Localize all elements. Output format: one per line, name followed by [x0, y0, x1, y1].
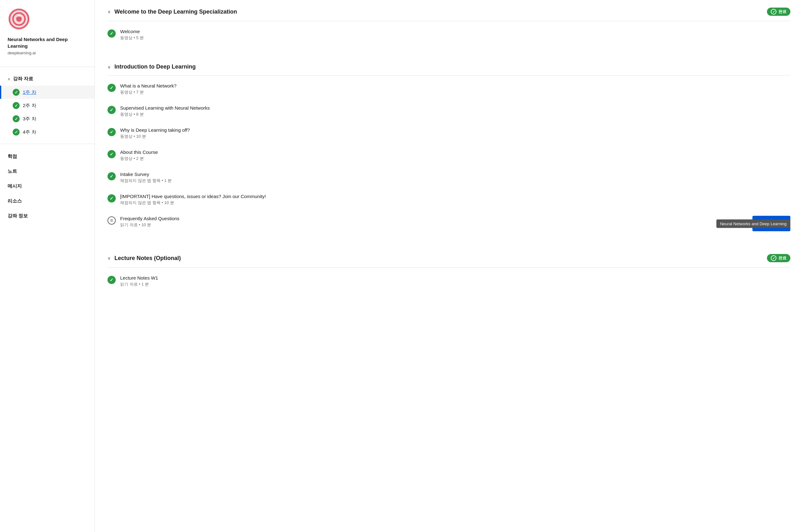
week2-label: 2주 차 — [23, 103, 36, 109]
lesson-why-deep-check-icon — [108, 128, 116, 136]
lesson-lecture-notes-w1-title[interactable]: Lecture Notes W1 — [120, 275, 790, 281]
sidebar-item-week4[interactable]: 4주 차 — [0, 126, 94, 139]
week1-label: 1주 차 — [23, 90, 36, 95]
lesson-faq-reading-icon — [108, 216, 116, 225]
lesson-supervised-title[interactable]: Supervised Learning with Neural Networks — [120, 105, 790, 111]
lecture-notes-badge-label: 완료 — [778, 255, 787, 261]
svg-point-5 — [18, 15, 20, 17]
section-lecture-notes-chevron-icon[interactable]: ∨ — [108, 255, 111, 261]
lesson-faq-meta: 읽기 자료 • 10 분 — [120, 222, 748, 228]
lesson-faq-title[interactable]: Frequently Asked Questions — [120, 216, 748, 221]
lecture-materials-label: 강좌 자료 — [13, 76, 33, 82]
week-list: 1주 차 2주 차 3주 차 4주 차 — [0, 86, 94, 139]
lesson-about-course-check-icon — [108, 150, 116, 158]
lesson-neural-network-text: What is a Neural Network? 동영상 • 7 분 — [120, 83, 790, 95]
chevron-down-icon: ∨ — [7, 77, 11, 81]
check-icon-week3 — [13, 115, 20, 122]
check-icon-week2 — [13, 102, 20, 109]
lesson-why-deep-title[interactable]: Why is Deep Learning taking off? — [120, 127, 790, 133]
sidebar-divider-1 — [0, 66, 94, 67]
lesson-supervised-text: Supervised Learning with Neural Networks… — [120, 105, 790, 117]
section-intro-divider — [108, 75, 790, 76]
sidebar-item-week3[interactable]: 3주 차 — [0, 112, 94, 126]
lesson-important-text: [IMPORTANT] Have questions, issues or id… — [120, 194, 790, 206]
lesson-supervised-meta: 동영상 • 8 분 — [120, 112, 790, 117]
week4-label: 4주 차 — [23, 129, 36, 135]
lesson-faq-right: Neural Networks and Deep Learning 계속하기 — [752, 216, 790, 231]
lesson-important-check-icon — [108, 194, 116, 203]
section-intro: ∨ Introduction to Deep Learning What is … — [108, 56, 790, 236]
section-lecture-notes-header: ∨ Lecture Notes (Optional) ✓ 완료 — [108, 246, 790, 267]
section-lecture-notes-complete-badge: ✓ 완료 — [767, 254, 790, 262]
course-title: Neural Networks and Deep Learning — [7, 36, 87, 49]
sidebar-item-week2[interactable]: 2주 차 — [0, 99, 94, 112]
complete-badge-check-icon: ✓ — [771, 9, 777, 15]
section-welcome-header-left: ∨ Welcome to the Deep Learning Specializ… — [108, 8, 237, 15]
lesson-faq: Frequently Asked Questions 읽기 자료 • 10 분 … — [108, 211, 790, 236]
sidebar-item-grades[interactable]: 학점 — [0, 149, 94, 164]
lesson-why-deep-meta: 동영상 • 10 분 — [120, 134, 790, 139]
section-welcome-complete-badge: ✓ 완료 — [767, 7, 790, 16]
section-welcome-chevron-icon[interactable]: ∨ — [108, 9, 111, 14]
lesson-lecture-notes-w1-meta: 읽기 자료 • 1 분 — [120, 282, 790, 287]
lesson-intake-check-icon — [108, 172, 116, 180]
section-welcome-divider — [108, 21, 790, 21]
main-content: ∨ Welcome to the Deep Learning Specializ… — [95, 0, 803, 532]
week3-label: 3주 차 — [23, 116, 36, 122]
lesson-lecture-notes-w1-check-icon — [108, 276, 116, 284]
check-icon-week1 — [13, 89, 20, 96]
sidebar-item-course-info[interactable]: 강좌 정보 — [0, 209, 94, 223]
sidebar-item-messages[interactable]: 메시지 — [0, 179, 94, 194]
section-lecture-notes: ∨ Lecture Notes (Optional) ✓ 완료 Lecture … — [108, 246, 790, 292]
section-intro-header-left: ∨ Introduction to Deep Learning — [108, 63, 196, 70]
section-lecture-notes-header-left: ∨ Lecture Notes (Optional) — [108, 255, 181, 262]
lesson-important: [IMPORTANT] Have questions, issues or id… — [108, 189, 790, 211]
lesson-important-meta: 채점되지 않은 앱 항목 • 10 분 — [120, 200, 790, 206]
lesson-lecture-notes-w1-text: Lecture Notes W1 읽기 자료 • 1 분 — [120, 275, 790, 287]
lesson-important-title[interactable]: [IMPORTANT] Have questions, issues or id… — [120, 194, 790, 199]
section-welcome-header: ∨ Welcome to the Deep Learning Specializ… — [108, 0, 790, 21]
lesson-faq-text: Frequently Asked Questions 읽기 자료 • 10 분 — [120, 216, 748, 228]
sidebar-item-notes[interactable]: 노트 — [0, 164, 94, 179]
check-icon-week4 — [13, 129, 20, 135]
sidebar-logo-area: Neural Networks and Deep Learning deeple… — [0, 7, 94, 62]
lesson-about-course-title[interactable]: About this Course — [120, 149, 790, 155]
complete-badge-label: 완료 — [778, 9, 787, 15]
lesson-supervised: Supervised Learning with Neural Networks… — [108, 100, 790, 122]
lesson-neural-network-meta: 동영상 • 7 분 — [120, 90, 790, 95]
lecture-materials-header[interactable]: ∨ 강좌 자료 — [0, 72, 94, 86]
section-intro-title: Introduction to Deep Learning — [114, 63, 196, 70]
lesson-neural-network-check-icon — [108, 84, 116, 92]
lesson-about-course-text: About this Course 동영상 • 2 분 — [120, 149, 790, 162]
sidebar-divider-2 — [0, 144, 94, 144]
course-org: deeplearning.ai — [7, 51, 87, 55]
lecture-notes-badge-check-icon: ✓ — [771, 255, 777, 261]
tooltip-neural-networks: Neural Networks and Deep Learning — [716, 219, 790, 228]
section-intro-chevron-icon[interactable]: ∨ — [108, 64, 111, 70]
lesson-neural-network-title[interactable]: What is a Neural Network? — [120, 83, 790, 89]
lesson-welcome-check-icon — [108, 30, 116, 38]
lesson-intake-text: Intake Survey 채점되지 않은 앱 항목 • 1 분 — [120, 172, 790, 184]
svg-point-4 — [16, 16, 22, 22]
sidebar-item-week1[interactable]: 1주 차 — [0, 86, 94, 99]
section-lecture-notes-title: Lecture Notes (Optional) — [114, 255, 181, 262]
lesson-why-deep-text: Why is Deep Learning taking off? 동영상 • 1… — [120, 127, 790, 139]
lesson-welcome-text: Welcome 동영상 • 5 분 — [120, 29, 790, 41]
sidebar-item-resources[interactable]: 리소스 — [0, 194, 94, 209]
lesson-intake-meta: 채점되지 않은 앱 항목 • 1 분 — [120, 178, 790, 184]
lesson-welcome-title[interactable]: Welcome — [120, 29, 790, 34]
section-welcome-title: Welcome to the Deep Learning Specializat… — [114, 8, 237, 15]
lesson-about-course-meta: 동영상 • 2 분 — [120, 156, 790, 162]
section-welcome: ∨ Welcome to the Deep Learning Specializ… — [108, 0, 790, 46]
lesson-supervised-check-icon — [108, 106, 116, 114]
course-logo — [7, 7, 30, 30]
sidebar: Neural Networks and Deep Learning deeple… — [0, 0, 95, 532]
lesson-welcome-meta: 동영상 • 5 분 — [120, 35, 790, 41]
section-lecture-notes-divider — [108, 267, 790, 268]
section-intro-header: ∨ Introduction to Deep Learning — [108, 56, 790, 75]
lesson-welcome: Welcome 동영상 • 5 분 — [108, 24, 790, 46]
lesson-why-deep: Why is Deep Learning taking off? 동영상 • 1… — [108, 122, 790, 145]
lesson-intake-title[interactable]: Intake Survey — [120, 172, 790, 177]
lesson-neural-network: What is a Neural Network? 동영상 • 7 분 — [108, 78, 790, 100]
lesson-lecture-notes-w1: Lecture Notes W1 읽기 자료 • 1 분 — [108, 270, 790, 292]
